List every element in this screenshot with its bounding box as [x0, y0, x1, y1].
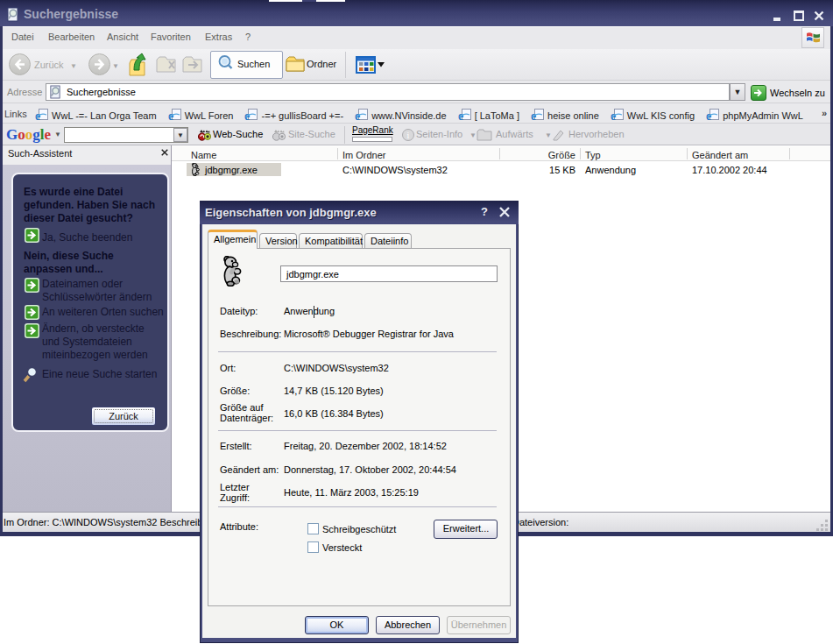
svg-text:i: i	[407, 131, 410, 140]
